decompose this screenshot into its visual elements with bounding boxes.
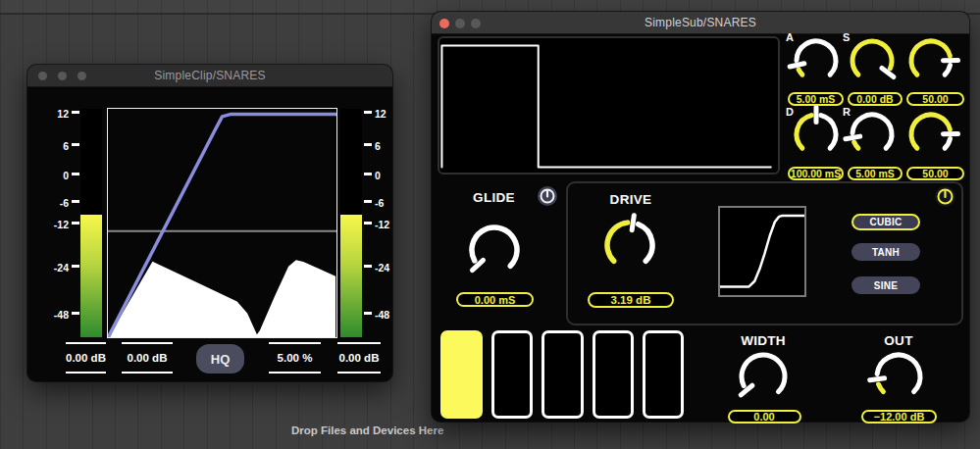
drop-files-hint: Drop Files and Devices Here bbox=[291, 424, 431, 436]
meter-fill bbox=[340, 215, 363, 337]
close-button[interactable] bbox=[38, 72, 47, 80]
scale-label: -6 bbox=[34, 197, 69, 209]
drive-value[interactable]: 3.19 dB bbox=[588, 292, 674, 308]
input-level-meter bbox=[80, 109, 103, 337]
clip-gain-field[interactable]: 0.00 dB bbox=[122, 342, 173, 374]
drive-knob[interactable] bbox=[598, 214, 661, 276]
scale-label: 6 bbox=[375, 140, 409, 152]
minimize-button[interactable] bbox=[455, 19, 465, 28]
scale-label: 0 bbox=[34, 170, 69, 181]
release-curve-knob[interactable] bbox=[902, 105, 960, 164]
sustain-knob[interactable] bbox=[843, 31, 902, 90]
zoom-button[interactable] bbox=[77, 72, 86, 80]
zoom-button[interactable] bbox=[471, 19, 481, 28]
decay-knob[interactable] bbox=[787, 105, 846, 164]
width-value[interactable]: 0.00 bbox=[728, 410, 801, 424]
width-label: WIDTH bbox=[726, 333, 800, 348]
scale-tick bbox=[364, 173, 372, 175]
scale-tick bbox=[72, 312, 79, 315]
scale-tick bbox=[72, 143, 79, 146]
scale-tick bbox=[72, 173, 79, 175]
output-level-meter bbox=[340, 109, 363, 337]
attack-curve-value[interactable]: 50.00 bbox=[906, 92, 964, 106]
simpleclip-titlebar[interactable]: SimpleClip/SNARES bbox=[27, 65, 392, 87]
meter-fill bbox=[80, 215, 103, 337]
release-value[interactable]: 5.00 mS bbox=[848, 167, 903, 180]
mode-tanh-button[interactable]: TANH bbox=[851, 243, 920, 261]
drive-label: DRIVE bbox=[592, 192, 670, 207]
release-knob[interactable] bbox=[843, 105, 902, 164]
glide-label: GLIDE bbox=[452, 190, 536, 205]
simplesub-plugin-window: SimpleSub/SNARES A S D R 5.00 mS 0.00 dB… bbox=[432, 12, 969, 422]
scale-label: -6 bbox=[375, 197, 409, 209]
mode-sine-button[interactable]: SINE bbox=[851, 276, 920, 294]
scale-tick bbox=[364, 312, 372, 315]
waveshaper-display bbox=[718, 206, 806, 297]
scale-tick bbox=[364, 200, 372, 203]
close-button[interactable] bbox=[439, 19, 449, 28]
clip-transfer-display bbox=[107, 108, 337, 338]
softness-field[interactable]: 5.00 % bbox=[269, 342, 321, 374]
attack-value[interactable]: 5.00 mS bbox=[788, 92, 844, 106]
scale-label: 6 bbox=[34, 140, 69, 152]
scale-label: 12 bbox=[375, 108, 409, 120]
glide-value[interactable]: 0.00 mS bbox=[456, 292, 534, 307]
scale-label: -48 bbox=[375, 309, 409, 321]
scale-label: 12 bbox=[34, 108, 69, 120]
mode-cubic-button[interactable]: CUBIC bbox=[851, 214, 920, 230]
window-title: SimpleSub/SNARES bbox=[645, 16, 756, 29]
input-gain-field[interactable]: 0.00 dB bbox=[66, 342, 106, 374]
scale-tick bbox=[72, 200, 79, 203]
release-curve-value[interactable]: 50.00 bbox=[906, 167, 964, 180]
scale-label: -12 bbox=[34, 219, 69, 230]
scale-tick bbox=[72, 111, 79, 114]
scale-label: -12 bbox=[375, 219, 409, 230]
pad-2[interactable] bbox=[491, 330, 534, 419]
envelope-display bbox=[438, 36, 780, 175]
scale-label: 0 bbox=[375, 170, 409, 181]
pad-5[interactable] bbox=[643, 330, 685, 419]
width-knob[interactable] bbox=[734, 347, 793, 406]
sustain-value[interactable]: 0.00 dB bbox=[848, 92, 903, 106]
glide-knob[interactable] bbox=[463, 219, 526, 281]
out-label: OUT bbox=[861, 333, 936, 348]
minimize-button[interactable] bbox=[58, 72, 67, 80]
pad-1[interactable] bbox=[440, 330, 483, 419]
attack-knob[interactable] bbox=[787, 31, 846, 90]
daw-background: Drop Files and Devices Here SimpleClip/S… bbox=[0, 0, 980, 449]
drive-power-button[interactable] bbox=[935, 186, 955, 207]
decay-value[interactable]: 100.00 mS bbox=[788, 167, 844, 180]
scale-tick bbox=[72, 265, 79, 268]
attack-curve-knob[interactable] bbox=[902, 31, 960, 90]
hq-toggle-button[interactable]: HQ bbox=[196, 344, 244, 374]
scale-label: -24 bbox=[34, 262, 69, 274]
scale-label: -48 bbox=[34, 309, 69, 321]
pad-3[interactable] bbox=[542, 330, 584, 419]
scale-tick bbox=[72, 222, 79, 224]
glide-power-button[interactable] bbox=[538, 186, 557, 206]
output-gain-field[interactable]: 0.00 dB bbox=[337, 342, 381, 374]
scale-tick bbox=[364, 143, 372, 146]
scale-tick bbox=[364, 222, 372, 224]
scale-tick bbox=[364, 265, 372, 268]
out-knob[interactable] bbox=[869, 347, 928, 406]
out-value[interactable]: −12.00 dB bbox=[861, 410, 937, 424]
scale-label: -24 bbox=[375, 262, 409, 274]
pad-4[interactable] bbox=[593, 330, 635, 419]
window-title: SimpleClip/SNARES bbox=[154, 69, 265, 82]
scale-tick bbox=[364, 111, 372, 114]
simpleclip-plugin-window: SimpleClip/SNARES 1260-6-12-24-48 1260-6… bbox=[27, 65, 392, 381]
